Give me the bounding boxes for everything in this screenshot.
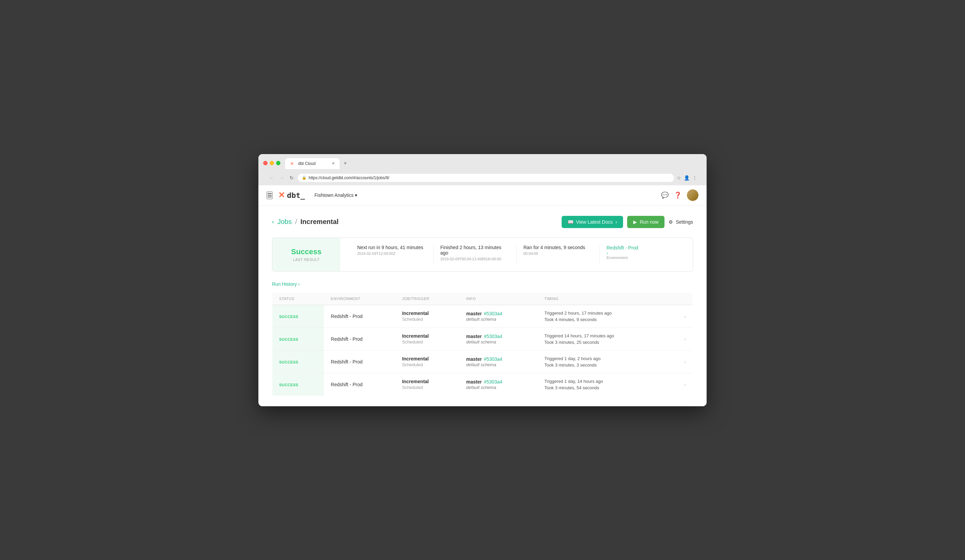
close-button[interactable] [263,161,268,165]
status-result-label: Last Result [293,258,319,262]
environment-link[interactable]: Redshift - Prod [607,245,638,250]
status-result-text: Success [291,247,321,256]
commit-ref-3: master #5303a4 [466,379,502,385]
browser-chrome: ✕ dbt Cloud ✕ + ← → ↻ 🔒 https://cloud.ge… [258,154,707,185]
environment-detail: Redshift - Prod › Environment [600,245,682,264]
job-name-2: Incremental [402,356,453,361]
forward-button[interactable]: → [278,174,286,182]
docs-chevron-icon: › [615,219,617,225]
minimize-button[interactable] [270,161,274,165]
hamburger-menu-button[interactable]: ☰ [267,191,273,199]
commit-ref-0: master #5303a4 [466,311,502,316]
cell-status-3: SUCCESS [272,373,324,396]
table-row[interactable]: SUCCESS Redshift - Prod Incremental Sche… [272,373,693,396]
commit-hash-link-0[interactable]: #5303a4 [484,311,502,316]
bookmark-icon[interactable]: ☆ [677,175,681,181]
job-trigger-1: Scheduled [402,340,423,344]
browser-window: ✕ dbt Cloud ✕ + ← → ↻ 🔒 https://cloud.ge… [258,154,707,406]
commit-hash-link-2[interactable]: #5303a4 [484,356,502,362]
app-logo: ✕ dbt_ [278,190,305,200]
run-history-label: Run History [272,281,297,287]
commit-schema-3: default schema [466,385,531,390]
cell-environment-0: Redshift - Prod [324,305,395,328]
settings-gear-icon: ⚙ [669,219,673,225]
chat-icon-button[interactable]: 💬 [661,191,669,199]
settings-button[interactable]: ⚙ Settings [669,219,693,225]
row-chevron-icon-1[interactable]: › [684,336,686,342]
page-header-actions: 📖 View Latest Docs › ▶ Run now ⚙ Setting… [562,216,693,228]
cell-timing-3: Triggered 1 day, 14 hours ago Took 3 min… [538,373,669,396]
menu-icon[interactable]: ⋮ [692,175,697,181]
run-history-link[interactable]: Run History › [272,281,300,287]
cell-chevron-3[interactable]: › [669,373,693,396]
commit-ref-1: master #5303a4 [466,334,502,339]
row-chevron-icon-2[interactable]: › [684,359,686,364]
branch-name-2: master [466,356,482,362]
profile-icon[interactable]: 👤 [684,175,690,181]
run-button-label: Run now [640,219,658,225]
run-now-button[interactable]: ▶ Run now [627,216,664,228]
docs-button-label: View Latest Docs [576,219,613,225]
runs-table: Status Environment Job/Trigger Info Timi… [272,292,693,396]
cell-environment-1: Redshift - Prod [324,328,395,350]
cell-job-0: Incremental Scheduled [395,305,460,328]
status-badge-0: SUCCESS [279,315,298,319]
user-avatar[interactable] [687,189,698,201]
cell-chevron-1[interactable]: › [669,328,693,350]
job-name-3: Incremental [402,379,453,384]
header-actions: 💬 ❓ [661,189,698,201]
cell-timing-2: Triggered 1 day, 2 hours ago Took 3 minu… [538,350,669,373]
table-row[interactable]: SUCCESS Redshift - Prod Incremental Sche… [272,350,693,373]
url-text: https://cloud.getdbt.com/#/accounts/1/jo… [309,175,389,180]
next-run-main: Next run in 9 hours, 41 minutes [357,245,427,250]
commit-ref-2: master #5303a4 [466,356,502,362]
org-chevron-icon: ▾ [355,193,357,198]
branch-name-1: master [466,334,482,339]
maximize-button[interactable] [276,161,280,165]
table-row[interactable]: SUCCESS Redshift - Prod Incremental Sche… [272,328,693,350]
cell-info-1: master #5303a4 default schema [460,328,538,350]
cell-chevron-0[interactable]: › [669,305,693,328]
tab-title: dbt Cloud [298,161,316,166]
cell-job-1: Incremental Scheduled [395,328,460,350]
active-tab[interactable]: ✕ dbt Cloud ✕ [285,158,340,169]
timing-took-3: Took 3 minutes, 54 seconds [544,385,662,390]
cell-chevron-2[interactable]: › [669,350,693,373]
commit-schema-0: default schema [466,317,531,322]
table-row[interactable]: SUCCESS Redshift - Prod Incremental Sche… [272,305,693,328]
ran-for-sub: 00:04:09 [523,251,593,256]
page-title: Incremental [301,218,339,226]
ran-for-detail: Ran for 4 minutes, 9 seconds 00:04:09 [517,245,600,264]
row-chevron-icon-0[interactable]: › [684,313,686,319]
timing-triggered-3: Triggered 1 day, 14 hours ago [544,379,662,384]
col-job-trigger: Job/Trigger [395,292,460,305]
finished-sub: 2019-02-09T00:04:13.458918+00:00 [440,257,510,261]
app-content: ☰ ✕ dbt_ Fishtown Analytics ▾ 💬 ❓ [258,185,707,406]
cell-info-0: master #5303a4 default schema [460,305,538,328]
main-content: ‹ Jobs / Incremental 📖 View Latest Docs … [258,206,707,406]
commit-hash-link-3[interactable]: #5303a4 [484,379,502,385]
tab-close-icon[interactable]: ✕ [332,161,335,166]
row-chevron-icon-3[interactable]: › [684,382,686,387]
commit-hash-link-1[interactable]: #5303a4 [484,334,502,339]
status-card: Success Last Result Next run in 9 hours,… [272,238,693,271]
timing-took-2: Took 3 minutes, 3 seconds [544,362,662,367]
breadcrumb-jobs-link[interactable]: Jobs [277,218,292,226]
org-selector[interactable]: Fishtown Analytics ▾ [312,191,360,199]
help-icon-button[interactable]: ❓ [674,191,682,199]
title-bar: ✕ dbt Cloud ✕ + [263,157,702,169]
job-trigger-2: Scheduled [402,362,423,367]
refresh-button[interactable]: ↻ [288,174,295,182]
app-header: ☰ ✕ dbt_ Fishtown Analytics ▾ 💬 ❓ [258,185,707,206]
new-tab-button[interactable]: + [340,157,350,169]
back-button[interactable]: ← [268,174,275,182]
status-badge-1: SUCCESS [279,337,298,341]
breadcrumb-back-button[interactable]: ‹ [272,218,274,225]
status-badge-3: SUCCESS [279,383,298,387]
view-latest-docs-button[interactable]: 📖 View Latest Docs › [562,216,623,228]
commit-schema-1: default schema [466,340,531,344]
url-bar[interactable]: 🔒 https://cloud.getdbt.com/#/accounts/1/… [298,174,674,182]
last-result-panel: Success Last Result [272,238,340,271]
page-header: ‹ Jobs / Incremental 📖 View Latest Docs … [272,216,693,228]
cell-environment-2: Redshift - Prod [324,350,395,373]
